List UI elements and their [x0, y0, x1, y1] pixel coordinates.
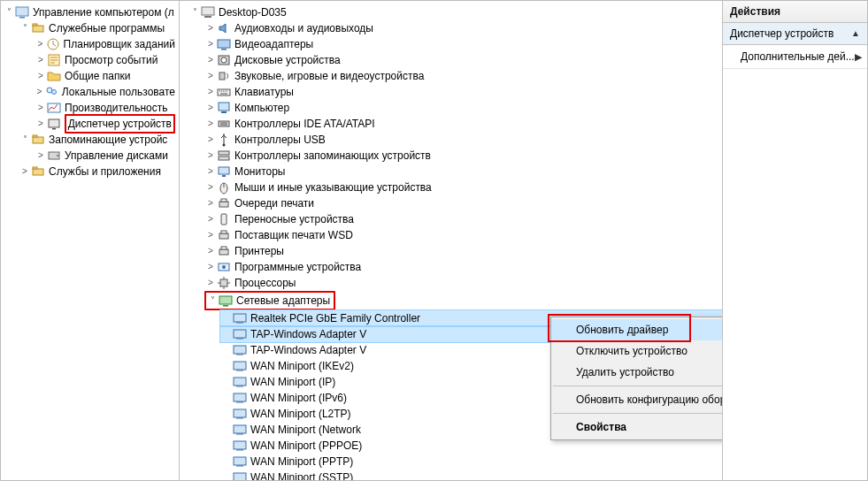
- tree-item-label: Запоминающие устройс: [49, 132, 167, 148]
- device-category[interactable]: >Программные устройства: [204, 259, 722, 275]
- device-category[interactable]: >Переносные устройства: [204, 211, 722, 227]
- chevron-right-icon[interactable]: >: [204, 132, 217, 148]
- chevron-right-icon[interactable]: >: [204, 84, 217, 100]
- chevron-right-icon[interactable]: >: [19, 164, 31, 179]
- menu-item[interactable]: Свойства: [551, 416, 723, 438]
- collapse-up-icon[interactable]: ▲: [851, 23, 860, 44]
- chevron-right-icon[interactable]: >: [35, 100, 47, 116]
- svg-rect-50: [234, 362, 246, 370]
- svg-point-7: [51, 90, 56, 95]
- context-menu[interactable]: Обновить драйверОтключить устройствоУдал…: [550, 317, 723, 440]
- device-category-network[interactable]: ˅Сетевые адаптеры: [206, 293, 334, 309]
- tree-item[interactable]: >Планировщик заданий: [35, 36, 179, 52]
- keyboard-icon: [217, 85, 231, 99]
- tree-root[interactable]: ˅ Управление компьютером (л: [3, 4, 179, 20]
- device-category[interactable]: >Поставщик печати WSD: [204, 227, 722, 243]
- spacer: •: [220, 342, 233, 358]
- usb-icon: [217, 133, 231, 147]
- chevron-right-icon[interactable]: >: [204, 275, 217, 291]
- tree-item-label: Служебные программы: [49, 20, 165, 36]
- menu-item[interactable]: Отключить устройство: [551, 340, 723, 362]
- management-tree[interactable]: ˅ Управление компьютером (л ˅Служебные п…: [1, 4, 179, 179]
- svg-rect-41: [221, 247, 227, 249]
- tree-item-label: Планировщик заданий: [64, 36, 175, 52]
- tree-item[interactable]: >Просмотр событий: [35, 52, 179, 68]
- chevron-down-icon[interactable]: ˅: [19, 132, 31, 148]
- device-category[interactable]: >Клавиатуры: [204, 84, 722, 100]
- tree-item-label: WAN Miniport (IKEv2): [250, 358, 354, 374]
- menu-separator: [553, 413, 723, 414]
- device-category[interactable]: >Процессоры: [204, 275, 722, 291]
- chevron-right-icon[interactable]: >: [204, 100, 217, 116]
- chevron-right-icon[interactable]: >: [204, 164, 217, 179]
- tree-item[interactable]: >Диспетчер устройств: [35, 116, 179, 132]
- chevron-right-icon[interactable]: >: [204, 36, 217, 52]
- app-window: ˅ Управление компьютером (л ˅Служебные п…: [0, 0, 868, 481]
- svg-rect-52: [234, 393, 246, 401]
- chevron-right-icon[interactable]: >: [35, 84, 44, 100]
- tree-item[interactable]: >Управление дисками: [35, 148, 179, 164]
- tree-item[interactable]: >Общие папки: [35, 68, 179, 84]
- device-category[interactable]: >Очереди печати: [204, 195, 722, 211]
- network-device[interactable]: •WAN Miniport (SSTP): [220, 470, 722, 480]
- tree-item-label: Службы и приложения: [49, 164, 161, 179]
- tree-root-label: Управление компьютером (л: [33, 4, 174, 20]
- device-root[interactable]: ˅ Desktop-D035: [188, 4, 722, 20]
- chevron-down-icon[interactable]: ˅: [3, 4, 15, 20]
- tree-group[interactable]: >Службы и приложения: [19, 164, 179, 179]
- chevron-right-icon[interactable]: >: [35, 36, 46, 52]
- chevron-right-icon[interactable]: >: [204, 243, 217, 259]
- menu-item[interactable]: Обновить драйвер: [551, 319, 723, 340]
- svg-rect-26: [221, 111, 227, 113]
- chevron-right-icon[interactable]: >: [204, 20, 217, 36]
- chevron-right-icon[interactable]: >: [35, 52, 47, 68]
- chevron-right-icon[interactable]: >: [204, 68, 217, 84]
- chevron-right-icon[interactable]: >: [204, 259, 217, 275]
- chevron-down-icon[interactable]: ˅: [188, 4, 201, 20]
- chevron-right-icon[interactable]: >: [204, 148, 217, 164]
- device-category[interactable]: >Контроллеры запоминающих устройств: [204, 148, 722, 164]
- chevron-right-icon[interactable]: >: [204, 116, 217, 132]
- device-category[interactable]: >Контроллеры IDE ATA/ATAPI: [204, 116, 722, 132]
- device-category[interactable]: >Видеоадаптеры: [204, 36, 722, 52]
- svg-rect-32: [222, 175, 226, 177]
- chevron-right-icon[interactable]: >: [35, 68, 47, 84]
- svg-rect-12: [33, 135, 37, 137]
- device-category[interactable]: >Компьютер: [204, 100, 722, 116]
- cpu-icon: [217, 276, 231, 290]
- network-device[interactable]: •WAN Miniport (PPTP): [220, 454, 722, 470]
- svg-rect-57: [234, 473, 246, 480]
- actions-section[interactable]: Диспетчер устройств ▲: [723, 23, 867, 45]
- device-category[interactable]: >Принтеры: [204, 243, 722, 259]
- actions-more[interactable]: Дополнительные дей... ▶: [723, 45, 867, 69]
- portable-icon: [217, 212, 231, 226]
- tree-item-label: Переносные устройства: [234, 211, 354, 227]
- tree-item[interactable]: >Локальные пользовате: [35, 84, 179, 100]
- device-category[interactable]: >Дисковые устройства: [204, 52, 722, 68]
- device-category[interactable]: >Мыши и иные указывающие устройства: [204, 179, 722, 195]
- svg-rect-48: [234, 330, 246, 338]
- tree-item-label: Мыши и иные указывающие устройства: [234, 179, 432, 195]
- chevron-right-icon[interactable]: >: [35, 148, 47, 164]
- tree-group[interactable]: ˅Запоминающие устройс: [19, 132, 179, 148]
- chevron-right-icon[interactable]: >: [35, 116, 47, 132]
- tree-item-label: Клавиатуры: [234, 84, 294, 100]
- device-category[interactable]: >Мониторы: [204, 164, 722, 179]
- device-category[interactable]: >Звуковые, игровые и видеоустройства: [204, 68, 722, 84]
- audio-icon: [217, 21, 231, 35]
- menu-item[interactable]: Удалить устройство: [551, 362, 723, 383]
- tree-item-label: Видеоадаптеры: [234, 36, 313, 52]
- chevron-down-icon[interactable]: ˅: [206, 293, 219, 309]
- chevron-right-icon[interactable]: >: [204, 211, 217, 227]
- tree-group[interactable]: ˅Служебные программы: [19, 20, 179, 36]
- menu-separator: [553, 386, 723, 386]
- chevron-right-icon[interactable]: >: [204, 179, 217, 195]
- menu-item[interactable]: Обновить конфигурацию оборудования: [551, 389, 723, 410]
- chevron-down-icon[interactable]: ˅: [19, 20, 31, 36]
- device-category[interactable]: >Аудиовходы и аудиовыходы: [204, 20, 722, 36]
- spacer: •: [220, 358, 233, 374]
- chevron-right-icon[interactable]: >: [204, 195, 217, 211]
- chevron-right-icon[interactable]: >: [204, 52, 217, 68]
- chevron-right-icon[interactable]: >: [204, 227, 217, 243]
- device-category[interactable]: >Контроллеры USB: [204, 132, 722, 148]
